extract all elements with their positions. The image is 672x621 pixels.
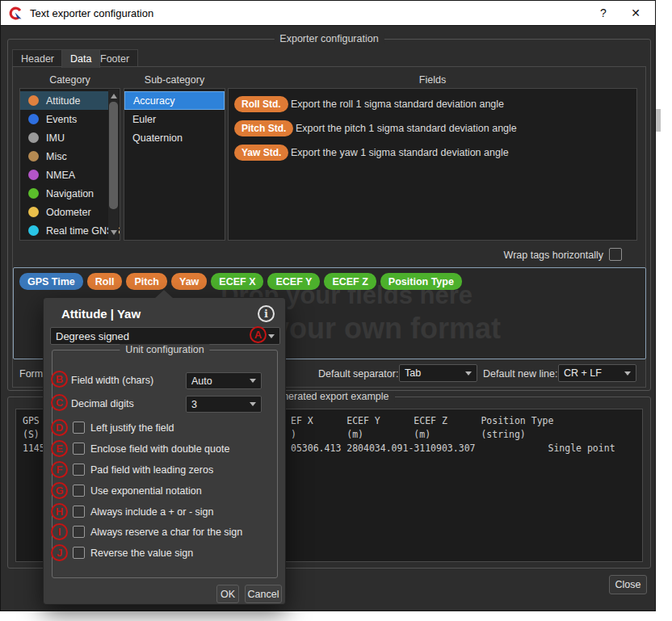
leading-zeros-label: Pad field with leading zeros [90, 464, 213, 476]
tab-header[interactable]: Header [12, 49, 63, 67]
category-item-attitude[interactable]: Attitude [20, 91, 108, 110]
reverse-sign-checkbox[interactable] [73, 547, 85, 559]
reserve-sign-char-label: Always reserve a char for the sign [90, 527, 242, 538]
decimal-digits-select[interactable]: 3 [186, 396, 262, 413]
fields-header: Fields [228, 74, 637, 86]
tag-gps-time[interactable]: GPS Time [19, 273, 83, 290]
annotation-e: E [51, 440, 68, 457]
field-description: Export the pitch 1 sigma standard deviat… [296, 123, 517, 134]
export-example-left-text: GPS (S) 1145 [23, 414, 45, 455]
chevron-down-icon [250, 402, 256, 406]
category-item-realtime-gnss[interactable]: Real time GNSS [20, 221, 108, 240]
category-label: Events [46, 114, 77, 125]
field-tag[interactable]: Pitch Std. [234, 120, 293, 136]
close-button[interactable]: Close [609, 575, 647, 594]
wrap-tags-checkbox[interactable] [609, 248, 622, 261]
title-bar: Text exporter configuration ? ✕ [1, 1, 655, 26]
tag-position-type[interactable]: Position Type [380, 273, 462, 290]
default-newline-label: Default new line: [483, 368, 557, 380]
info-icon[interactable]: i [258, 305, 275, 322]
category-list: Attitude Events IMU Misc NMEA [19, 88, 120, 241]
unit-select-value: Degrees signed [56, 330, 129, 342]
fields-list: Roll Std. Export the roll 1 sigma standa… [228, 88, 637, 241]
category-item-events[interactable]: Events [20, 110, 108, 128]
exponential-notation-checkbox[interactable] [73, 485, 85, 497]
tag-ecef-z[interactable]: ECEF Z [324, 273, 376, 290]
category-item-misc[interactable]: Misc [20, 147, 108, 166]
wrap-tags-label: Wrap tags horizontally [372, 250, 603, 261]
help-button[interactable]: ? [587, 1, 620, 25]
subcategory-list: Accuracy Euler Quaternion [124, 88, 225, 241]
annotation-c: C [51, 394, 68, 411]
subcategory-item-quaternion[interactable]: Quaternion [124, 128, 225, 147]
field-description: Export the yaw 1 sigma standard deviatio… [291, 147, 509, 158]
field-tag[interactable]: Yaw Std. [234, 145, 288, 161]
annotation-h: H [51, 503, 68, 520]
chevron-down-icon [465, 371, 472, 376]
tag-yaw[interactable]: Yaw [171, 273, 207, 290]
category-label: IMU [46, 132, 65, 144]
unit-configuration-legend: Unit configuration [120, 344, 209, 355]
annotation-b: B [51, 371, 68, 388]
field-width-value: Auto [191, 376, 212, 387]
tag-roll[interactable]: Roll [87, 273, 123, 290]
default-newline-value: CR + LF [564, 367, 602, 379]
tag-pitch[interactable]: Pitch [126, 273, 167, 290]
category-label: NMEA [46, 170, 75, 181]
double-quote-label: Enclose field with double quote [90, 443, 229, 455]
annotation-j: J [51, 544, 68, 561]
category-label: Attitude [46, 95, 80, 107]
unit-select[interactable]: Degrees signed [50, 327, 280, 345]
ok-button[interactable]: OK [216, 585, 239, 603]
annotation-d: D [51, 419, 68, 436]
export-example-right-text: EF X ECEF Y ECEF Z Position Type ) (m) (… [291, 414, 615, 455]
field-row-roll-std[interactable]: Roll Std. Export the roll 1 sigma standa… [234, 96, 288, 112]
chevron-down-icon [250, 379, 256, 383]
default-newline-select[interactable]: CR + LF [558, 364, 636, 382]
window-close-button[interactable]: ✕ [620, 1, 652, 25]
subcategory-item-euler[interactable]: Euler [124, 110, 225, 128]
field-description: Export the roll 1 sigma standard deviati… [291, 99, 504, 110]
scroll-down-icon[interactable] [111, 230, 117, 235]
decimal-digits-value: 3 [191, 399, 197, 410]
always-sign-checkbox[interactable] [73, 506, 85, 518]
cancel-button[interactable]: Cancel [245, 585, 282, 603]
annotation-f: F [51, 461, 68, 478]
category-header: Category [19, 74, 120, 86]
scrollbar-thumb[interactable] [109, 102, 118, 209]
annotation-g: G [51, 482, 68, 499]
popup-title: Attitude | Yaw [61, 307, 141, 321]
field-width-label: Field width (chars) [71, 375, 153, 386]
category-color-dot [28, 132, 39, 143]
leading-zeros-checkbox[interactable] [73, 464, 85, 476]
annotation-a: A [250, 326, 267, 343]
subcategory-item-accuracy[interactable]: Accuracy [124, 91, 225, 110]
left-justify-checkbox[interactable] [73, 422, 85, 434]
category-item-navigation[interactable]: Navigation [20, 184, 108, 203]
scroll-up-icon[interactable] [111, 94, 117, 99]
category-item-imu[interactable]: IMU [20, 128, 108, 147]
tab-data[interactable]: Data [61, 49, 100, 68]
reserve-sign-char-checkbox[interactable] [73, 526, 85, 538]
double-quote-checkbox[interactable] [73, 443, 85, 455]
default-separator-select[interactable]: Tab [399, 364, 477, 382]
tag-ecef-y[interactable]: ECEF Y [267, 273, 320, 290]
exporter-configuration-legend: Exporter configuration [274, 33, 384, 44]
category-item-nmea[interactable]: NMEA [20, 166, 108, 184]
category-color-dot [28, 95, 39, 106]
window-title: Text exporter configuration [30, 7, 153, 19]
tag-ecef-x[interactable]: ECEF X [211, 273, 263, 290]
screenshot-canvas: Text exporter configuration ? ✕ Exporter… [0, 0, 672, 621]
left-justify-label: Left justify the field [90, 422, 174, 434]
category-label: Odometer [46, 207, 91, 218]
category-scrollbar[interactable] [108, 90, 119, 239]
exponential-notation-label: Use exponential notation [90, 485, 202, 497]
field-row-yaw-std[interactable]: Yaw Std. Export the yaw 1 sigma standard… [234, 145, 288, 161]
subcategory-header: Sub-category [124, 74, 225, 86]
field-row-pitch-std[interactable]: Pitch Std. Export the pitch 1 sigma stan… [234, 120, 293, 136]
field-tag[interactable]: Roll Std. [234, 96, 288, 112]
field-width-select[interactable]: Auto [186, 372, 262, 389]
text-exporter-window: Text exporter configuration ? ✕ Exporter… [0, 0, 656, 611]
category-color-dot [28, 188, 39, 199]
category-item-odometer[interactable]: Odometer [20, 203, 108, 221]
